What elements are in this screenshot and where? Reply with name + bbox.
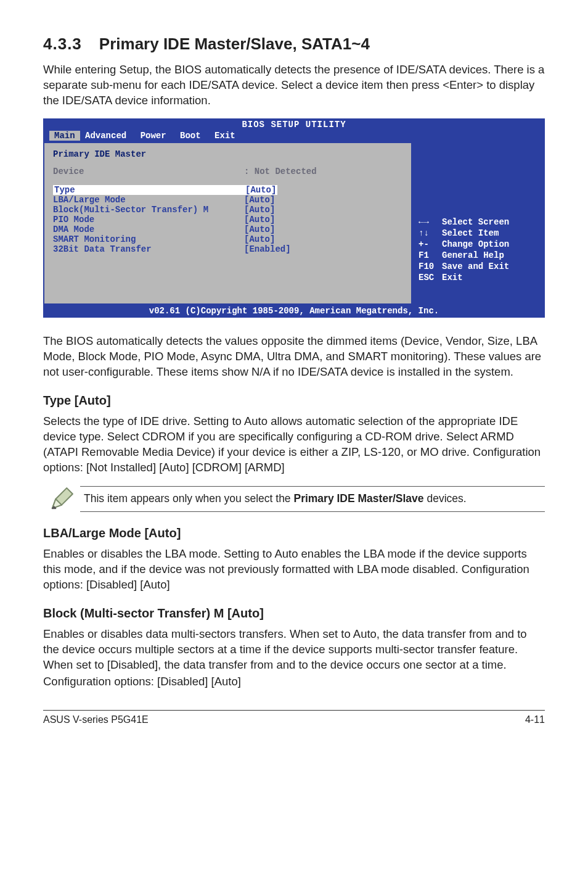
bios-utility-title: BIOS SETUP UTILITY	[49, 120, 539, 130]
bios-help-text: Select Screen	[442, 217, 509, 227]
bios-help-key: ESC	[419, 273, 442, 283]
bios-row-smart-value: [Auto]	[244, 234, 275, 244]
bios-row-smart-label: SMART Monitoring	[53, 234, 244, 244]
block-heading: Block (Multi-sector Transfer) M [Auto]	[43, 606, 545, 621]
bios-row-dma[interactable]: DMA Mode [Auto]	[53, 225, 402, 234]
footer-page-number: 4-11	[525, 714, 545, 725]
bios-row-pio-label: PIO Mode	[53, 215, 244, 225]
bios-help-key: ↑↓	[419, 228, 442, 238]
bios-help-panel: ←→Select Screen ↑↓Select Item +-Change O…	[411, 143, 544, 303]
bios-help-key: F1	[419, 250, 442, 260]
type-paragraph: Selects the type of IDE drive. Setting t…	[43, 414, 545, 476]
bios-row-lba-label: LBA/Large Mode	[53, 195, 244, 205]
bios-help-text: Select Item	[442, 228, 499, 238]
pencil-icon	[43, 485, 80, 513]
bios-help-row: ESCExit	[419, 273, 537, 283]
bios-row-smart[interactable]: SMART Monitoring [Auto]	[53, 234, 402, 244]
bios-row-type-value: [Auto]	[244, 185, 277, 195]
bios-main-panel: Primary IDE Master Device : Not Detected…	[44, 143, 411, 303]
type-heading: Type [Auto]	[43, 394, 545, 408]
bios-help-key: +-	[419, 239, 442, 249]
bios-row-dma-value: [Auto]	[244, 225, 275, 234]
bios-tab-advanced[interactable]: Advanced	[85, 131, 135, 141]
bios-help-row: ↑↓Select Item	[419, 228, 537, 238]
bios-tabbar: Main Advanced Power Boot Exit	[43, 131, 545, 143]
bios-row-type-label: Type	[53, 185, 244, 195]
bios-row-pio[interactable]: PIO Mode [Auto]	[53, 215, 402, 225]
section-number: 4.3.3	[43, 35, 82, 53]
bios-help-text: General Help	[442, 250, 504, 260]
lba-heading: LBA/Large Mode [Auto]	[43, 526, 545, 540]
note-box: This item appears only when you select t…	[43, 485, 545, 513]
bios-tab-main[interactable]: Main	[49, 131, 80, 141]
bios-device-value: : Not Detected	[244, 167, 317, 176]
section-title: Primary IDE Master/Slave, SATA1~4	[99, 35, 370, 53]
section-heading: 4.3.3Primary IDE Master/Slave, SATA1~4	[43, 35, 545, 54]
bios-row-dma-label: DMA Mode	[53, 225, 244, 234]
bios-row-type[interactable]: Type [Auto]	[53, 185, 402, 195]
lba-paragraph: Enables or disables the LBA mode. Settin…	[43, 547, 545, 593]
bios-row-pio-value: [Auto]	[244, 215, 275, 225]
bios-copyright: v02.61 (C)Copyright 1985-2009, American …	[43, 305, 545, 318]
bios-row-block[interactable]: Block(Multi-Sector Transfer) M [Auto]	[53, 205, 402, 215]
bios-help-row: F1General Help	[419, 250, 537, 260]
bios-body: Primary IDE Master Device : Not Detected…	[43, 143, 545, 305]
bios-help-row: +-Change Option	[419, 239, 537, 249]
bios-tab-power[interactable]: Power	[141, 131, 175, 141]
bios-tab-boot[interactable]: Boot	[180, 131, 210, 141]
note-text: This item appears only when you select t…	[80, 486, 545, 512]
bios-row-block-value: [Auto]	[244, 205, 275, 215]
bios-help-row: F10Save and Exit	[419, 262, 537, 271]
bios-row-32bit[interactable]: 32Bit Data Transfer [Enabled]	[53, 244, 402, 254]
note-pre: This item appears only when you select t…	[84, 492, 293, 505]
bios-row-32bit-label: 32Bit Data Transfer	[53, 244, 244, 254]
bios-tab-exit[interactable]: Exit	[214, 131, 244, 141]
note-bold: Primary IDE Master/Slave	[293, 492, 423, 505]
bios-help-key: ←→	[419, 217, 442, 227]
block-paragraph-1: Enables or disables data multi-sectors t…	[43, 627, 545, 673]
bios-row-32bit-value: [Enabled]	[244, 244, 291, 254]
intro-paragraph: While entering Setup, the BIOS automatic…	[43, 62, 545, 109]
bios-device-label: Device	[53, 167, 244, 176]
bios-help-key: F10	[419, 262, 442, 271]
note-post: devices.	[424, 492, 467, 505]
bios-help-text: Save and Exit	[442, 262, 509, 271]
bios-row-block-label: Block(Multi-Sector Transfer) M	[53, 205, 244, 215]
bios-titlebar: BIOS SETUP UTILITY	[43, 118, 545, 131]
bios-help-row: ←→Select Screen	[419, 217, 537, 227]
bios-row-lba-value: [Auto]	[244, 195, 275, 205]
block-paragraph-2: Configuration options: [Disabled] [Auto]	[43, 674, 545, 690]
page-footer: ASUS V-series P5G41E 4-11	[43, 710, 545, 725]
bios-panel-title: Primary IDE Master	[53, 149, 402, 159]
bios-screenshot: BIOS SETUP UTILITY Main Advanced Power B…	[43, 118, 545, 318]
bios-help-text: Change Option	[442, 239, 509, 249]
bios-device-row: Device : Not Detected	[53, 167, 402, 176]
bios-help-text: Exit	[442, 273, 463, 283]
bios-row-lba[interactable]: LBA/Large Mode [Auto]	[53, 195, 402, 205]
footer-product: ASUS V-series P5G41E	[43, 714, 149, 725]
after-bios-paragraph: The BIOS automatically detects the value…	[43, 334, 545, 380]
